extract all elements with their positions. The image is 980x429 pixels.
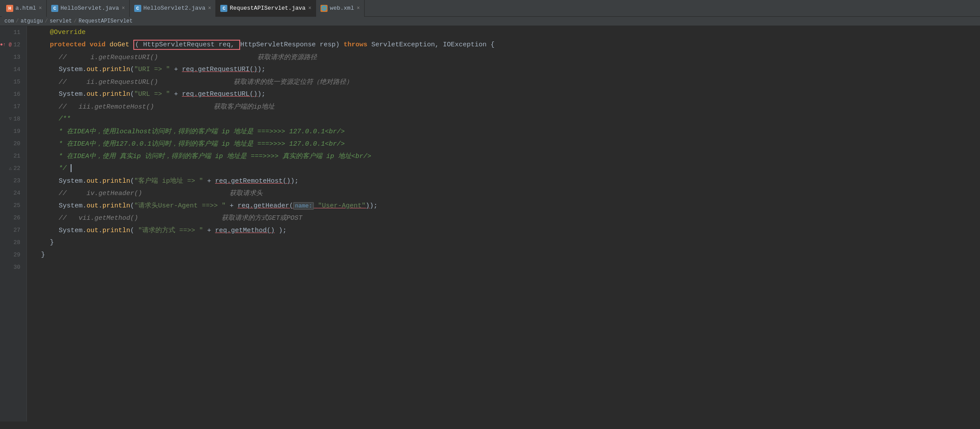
line-num-18: 18	[13, 116, 20, 122]
tab-request-api-servlet[interactable]: C RequestAPIServlet.java ×	[216, 0, 316, 17]
text-cursor	[71, 164, 72, 172]
tab-hello-servlet[interactable]: C HelloServlet.java ×	[47, 0, 130, 17]
code-line-24: // iv.getHeader() 获取请求头	[32, 187, 980, 199]
lparen-16: (	[130, 90, 134, 98]
plus-23: +	[203, 177, 215, 185]
lparen-27: (	[130, 227, 138, 234]
line-num-16: 16	[13, 91, 20, 98]
close-brace-29: }	[41, 251, 45, 259]
system-14: System	[59, 66, 83, 73]
comment-13: // i.getRequestURI() 获取请求的资源路径	[59, 54, 317, 61]
kw-throws: throws	[343, 41, 367, 49]
breakpoint-marker-12: ●↑ @	[0, 42, 11, 47]
gutter-row-24: 24	[0, 187, 24, 199]
javadoc-open: /**	[59, 115, 71, 123]
end-25: );	[369, 202, 377, 210]
line-19-content: * 在IDEA中，使用localhost访问时，得到的客户端 ip 地址是 ==…	[32, 127, 345, 135]
system-23: System	[59, 177, 83, 185]
tab-a-html-close[interactable]: ×	[39, 5, 42, 11]
tab-bar: H a.html × C HelloServlet.java × C Hello…	[0, 0, 980, 17]
out-16: out	[87, 90, 98, 98]
comment-24: // iv.getHeader() 获取请求头	[59, 190, 263, 197]
req-get-method: req.getMethod()	[215, 227, 275, 234]
tab-hello-servlet-close[interactable]: ×	[122, 5, 125, 11]
line-30-content	[32, 263, 45, 271]
line-num-27: 27	[13, 227, 20, 233]
println-14: println	[102, 66, 130, 73]
tab-web-xml[interactable]: 🌐 web.xml ×	[316, 0, 365, 17]
system-27: System	[59, 227, 83, 234]
plus-14: +	[170, 66, 182, 73]
fold-icon-22[interactable]: △	[9, 166, 11, 171]
gutter-row-29: 29	[0, 248, 24, 261]
code-line-14: System.out.println("URI => " + req.getRe…	[32, 63, 980, 75]
dot-25b: .	[98, 202, 102, 210]
tab-hello-servlet2-close[interactable]: ×	[208, 5, 211, 11]
line-24-content: // iv.getHeader() 获取请求头	[32, 189, 263, 197]
code-line-16: System.out.println("URL => " + req.getRe…	[32, 88, 980, 100]
dot-16a: .	[83, 90, 87, 98]
code-line-11: @Override	[32, 26, 980, 38]
dot-23a: .	[83, 177, 87, 185]
line-22-content: */	[32, 164, 72, 172]
breadcrumb-servlet[interactable]: servlet	[49, 18, 72, 24]
javadoc-line-20: * 在IDEA中，使用127.0.0.1访问时，得到的客户端 ip 地址是 ==…	[59, 140, 345, 148]
code-line-29: }	[32, 248, 980, 261]
xml-icon: 🌐	[320, 5, 328, 12]
gutter-row-16: 16	[0, 88, 24, 100]
param-hint-name: name:	[293, 202, 314, 210]
req-header-close: )	[366, 202, 369, 210]
fold-icon-18[interactable]: ▽	[9, 116, 11, 121]
breadcrumb-com[interactable]: com	[4, 18, 14, 24]
code-line-15: // ii.getRequestURL() 获取请求的统一资源定位符（绝对路径）	[32, 75, 980, 88]
str-method: "请求的方式 ==>> "	[138, 227, 203, 234]
param-req: req	[219, 41, 230, 49]
gutter-row-21: 21	[0, 150, 24, 162]
line-14-content: System.out.println("URI => " + req.getRe…	[32, 66, 265, 73]
space-5: resp)	[320, 41, 343, 49]
str-ua: "请求头User-Agent ==>> "	[134, 202, 226, 210]
line-num-17: 17	[13, 103, 20, 110]
override-annotation: @Override	[50, 29, 86, 36]
end-14: );	[257, 66, 265, 73]
tab-hello-servlet2[interactable]: C HelloServlet2.java ×	[130, 0, 216, 17]
dot-23b: .	[98, 177, 102, 185]
plus-16: +	[170, 90, 182, 98]
gutter-row-30: 30	[0, 261, 24, 273]
tab-request-api-servlet-close[interactable]: ×	[308, 5, 311, 11]
out-25: out	[87, 202, 98, 210]
breadcrumb-class[interactable]: RequestAPIServlet	[79, 18, 132, 24]
breadcrumb-sep-1: /	[16, 18, 19, 24]
out-14: out	[87, 66, 98, 73]
gutter-row-28: 28	[0, 236, 24, 248]
line-11-content: @Override	[32, 29, 86, 36]
code-line-12: protected void doGet ( HttpServletReques…	[32, 38, 980, 51]
line-num-24: 24	[13, 190, 20, 196]
req-url: req.getRequestURL()	[182, 90, 257, 98]
tab-a-html[interactable]: H a.html ×	[2, 0, 47, 17]
breadcrumb-atguigu[interactable]: atguigu	[21, 18, 43, 24]
line-28-content: }	[32, 239, 54, 246]
gutter-row-14: 14	[0, 63, 24, 75]
line-num-25: 25	[13, 202, 20, 209]
gutter-row-12: ●↑ @ 12	[0, 38, 24, 51]
javadoc-line-19: * 在IDEA中，使用localhost访问时，得到的客户端 ip 地址是 ==…	[59, 128, 345, 135]
comment-17: // iii.getRemoteHost() 获取客户端的ip地址	[59, 103, 275, 111]
type-HttpServletResponse: HttpServletResponse	[240, 41, 316, 49]
gutter-row-19: 19	[0, 125, 24, 137]
plus-27: +	[203, 227, 215, 234]
line-gutter: 11 ●↑ @ 12 13 14 15 16 17 ▽ 18	[0, 26, 27, 421]
method-doGet: doGet	[109, 41, 129, 49]
comment-15: // ii.getRequestURL() 获取请求的统一资源定位符（绝对路径）	[59, 79, 353, 86]
gutter-row-26: 26	[0, 211, 24, 224]
line-num-21: 21	[13, 153, 20, 159]
tab-web-xml-close[interactable]: ×	[357, 5, 360, 11]
tab-hello-servlet2-label: HelloServlet2.java	[143, 5, 205, 11]
highlight-params: ( HttpServletRequest req,	[133, 40, 240, 50]
system-16: System	[59, 90, 83, 98]
code-line-13: // i.getRequestURI() 获取请求的资源路径	[32, 51, 980, 63]
html-icon: H	[6, 5, 13, 12]
println-16: println	[102, 90, 130, 98]
code-lines[interactable]: @Override protected void doGet ( HttpSer…	[27, 26, 980, 421]
line-16-content: System.out.println("URL => " + req.getRe…	[32, 90, 265, 98]
